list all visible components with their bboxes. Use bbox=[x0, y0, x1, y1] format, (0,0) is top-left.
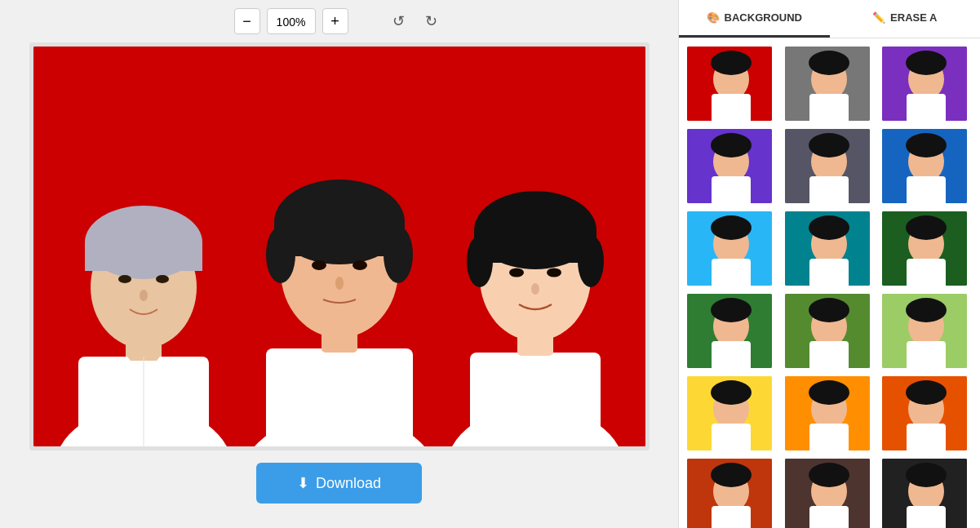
svg-rect-99 bbox=[712, 506, 751, 528]
svg-rect-67 bbox=[809, 259, 849, 287]
svg-rect-13 bbox=[266, 348, 413, 446]
erase-tab-icon: ✏️ bbox=[872, 11, 885, 24]
svg-rect-95 bbox=[907, 424, 946, 452]
panel-tabs: 🎨 BACKGROUND ✏️ ERASE A bbox=[679, 0, 980, 38]
list-item[interactable] bbox=[880, 457, 969, 528]
svg-point-9 bbox=[140, 290, 148, 301]
svg-rect-59 bbox=[907, 176, 946, 205]
list-item[interactable] bbox=[783, 457, 871, 528]
list-item[interactable] bbox=[685, 45, 774, 122]
svg-rect-83 bbox=[907, 341, 946, 370]
background-tab-label: BACKGROUND bbox=[725, 11, 802, 24]
svg-rect-91 bbox=[809, 424, 849, 452]
svg-point-33 bbox=[547, 268, 561, 277]
svg-point-102 bbox=[809, 463, 849, 487]
svg-point-22 bbox=[335, 277, 344, 290]
background-tab-icon: 🎨 bbox=[707, 11, 720, 24]
svg-point-82 bbox=[906, 298, 947, 322]
download-label: Download bbox=[316, 475, 381, 492]
svg-point-106 bbox=[906, 463, 947, 487]
list-item[interactable] bbox=[685, 292, 774, 370]
download-button[interactable]: ⬇ Download bbox=[256, 463, 422, 504]
svg-rect-75 bbox=[712, 341, 751, 370]
main-area: − 100% + ↺ ↻ bbox=[0, 0, 678, 528]
svg-point-46 bbox=[906, 51, 947, 75]
svg-point-30 bbox=[467, 235, 493, 287]
zoom-in-button[interactable]: + bbox=[322, 8, 348, 34]
svg-rect-107 bbox=[907, 506, 946, 528]
svg-point-19 bbox=[384, 226, 413, 283]
svg-point-20 bbox=[312, 260, 326, 270]
svg-rect-47 bbox=[907, 94, 946, 122]
svg-rect-6 bbox=[85, 242, 202, 271]
zoom-out-button[interactable]: − bbox=[234, 8, 260, 34]
list-item[interactable] bbox=[783, 45, 871, 122]
list-item[interactable] bbox=[880, 45, 969, 122]
photo-canvas bbox=[33, 47, 645, 446]
svg-point-21 bbox=[353, 260, 367, 270]
list-item[interactable] bbox=[783, 210, 871, 287]
svg-rect-51 bbox=[712, 176, 751, 205]
svg-rect-87 bbox=[712, 424, 751, 452]
right-panel: 🎨 BACKGROUND ✏️ ERASE A bbox=[678, 0, 980, 528]
svg-point-7 bbox=[118, 275, 131, 283]
svg-point-32 bbox=[509, 268, 524, 277]
list-item[interactable] bbox=[880, 127, 969, 205]
thumbnails-grid bbox=[679, 38, 980, 528]
svg-point-74 bbox=[711, 298, 752, 322]
svg-rect-43 bbox=[809, 94, 849, 122]
svg-point-70 bbox=[906, 215, 947, 240]
download-icon: ⬇ bbox=[297, 474, 309, 492]
toolbar: − 100% + ↺ ↻ bbox=[234, 8, 445, 34]
svg-point-62 bbox=[711, 215, 752, 240]
svg-point-34 bbox=[531, 283, 539, 295]
list-item[interactable] bbox=[685, 457, 774, 528]
svg-rect-25 bbox=[470, 353, 601, 446]
svg-rect-103 bbox=[809, 506, 849, 528]
svg-point-78 bbox=[809, 298, 849, 322]
list-item[interactable] bbox=[685, 127, 774, 205]
svg-point-98 bbox=[711, 463, 752, 487]
svg-rect-71 bbox=[907, 259, 946, 287]
svg-point-94 bbox=[906, 380, 947, 405]
svg-rect-55 bbox=[809, 176, 849, 205]
list-item[interactable] bbox=[783, 127, 871, 205]
svg-point-86 bbox=[711, 380, 752, 405]
tab-background[interactable]: 🎨 BACKGROUND bbox=[679, 0, 830, 38]
svg-point-42 bbox=[809, 51, 849, 75]
photo-image bbox=[33, 47, 645, 446]
list-item[interactable] bbox=[783, 375, 871, 452]
svg-point-18 bbox=[266, 226, 295, 283]
undo-button[interactable]: ↺ bbox=[386, 8, 412, 34]
canvas-area bbox=[29, 42, 650, 450]
svg-point-50 bbox=[711, 133, 752, 158]
svg-point-66 bbox=[809, 215, 849, 240]
tab-erase[interactable]: ✏️ ERASE A bbox=[830, 0, 981, 38]
svg-point-90 bbox=[809, 380, 849, 405]
list-item[interactable] bbox=[685, 375, 774, 452]
svg-point-38 bbox=[711, 51, 752, 75]
list-item[interactable] bbox=[783, 292, 871, 370]
redo-button[interactable]: ↻ bbox=[419, 8, 445, 34]
svg-point-8 bbox=[156, 275, 169, 283]
list-item[interactable] bbox=[880, 375, 969, 452]
svg-point-31 bbox=[578, 235, 604, 287]
svg-rect-39 bbox=[712, 94, 751, 122]
list-item[interactable] bbox=[880, 210, 969, 287]
svg-point-58 bbox=[906, 133, 947, 158]
zoom-display: 100% bbox=[267, 8, 316, 34]
svg-rect-79 bbox=[809, 341, 849, 370]
list-item[interactable] bbox=[880, 292, 969, 370]
svg-rect-63 bbox=[712, 259, 751, 287]
list-item[interactable] bbox=[685, 210, 774, 287]
erase-tab-label: ERASE A bbox=[890, 11, 937, 24]
svg-point-54 bbox=[809, 133, 849, 158]
